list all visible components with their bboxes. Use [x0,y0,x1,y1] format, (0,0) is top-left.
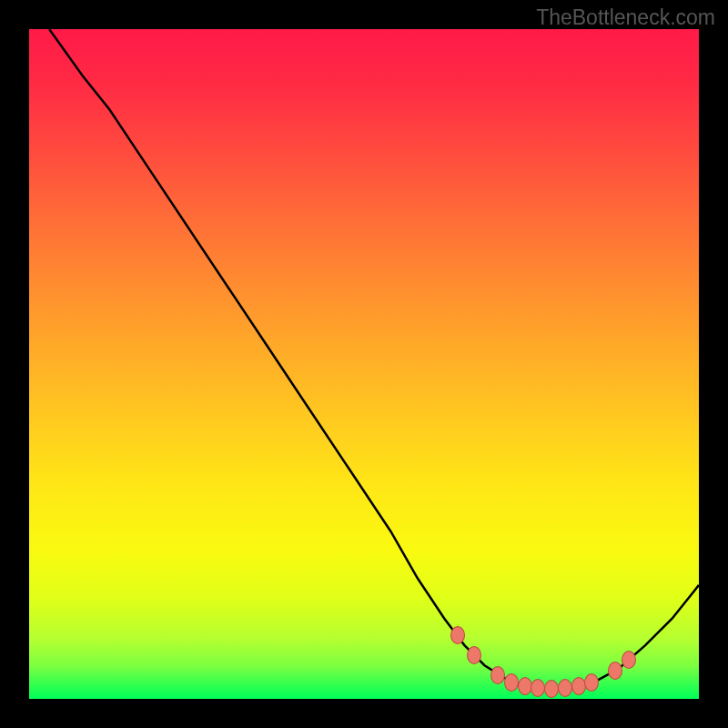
chart-gradient-background [29,29,699,699]
data-marker [518,677,532,695]
data-marker [571,677,586,695]
watermark-text: TheBottleneck.com [536,5,715,30]
data-marker [504,673,519,692]
data-marker [544,680,559,698]
data-marker [608,662,622,680]
data-marker [450,626,465,644]
data-marker [467,646,481,664]
data-marker [531,679,545,697]
marker-container [29,29,699,699]
data-marker [490,666,505,684]
data-marker [584,673,599,692]
data-marker [558,679,572,697]
bottleneck-curve-line [29,29,699,699]
data-marker [622,651,636,669]
